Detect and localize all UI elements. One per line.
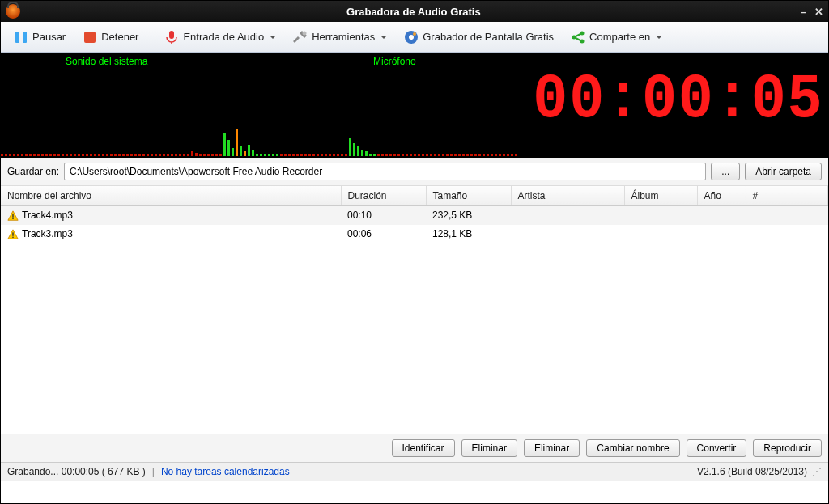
- svg-rect-1: [23, 32, 27, 43]
- cell-track: [746, 206, 828, 225]
- screen-recorder-label: Grabador de Pantalla Gratis: [423, 31, 554, 43]
- statusbar: Grabando... 00:00:05 ( 677 KB ) | No hay…: [1, 462, 828, 481]
- stop-button[interactable]: Detener: [74, 25, 146, 49]
- minimize-button[interactable]: –: [801, 6, 806, 18]
- status-sep: |: [152, 466, 155, 477]
- col-album[interactable]: Álbum: [624, 186, 697, 206]
- tools-icon: [292, 29, 308, 45]
- delete-button-1[interactable]: Eliminar: [461, 439, 517, 457]
- pause-icon: [13, 29, 29, 45]
- system-sound-label: Sonido del sistema: [66, 56, 147, 67]
- cell-filename: Track4.mp3: [1, 206, 341, 225]
- col-artist[interactable]: Artista: [511, 186, 624, 206]
- cell-size: 232,5 KB: [426, 206, 511, 225]
- share-icon: [570, 29, 586, 45]
- screen-recorder-button[interactable]: Grabador de Pantalla Gratis: [396, 25, 561, 49]
- pause-label: Pausar: [32, 31, 66, 43]
- svg-rect-2: [84, 32, 96, 43]
- titlebar[interactable]: Grabadora de Audio Gratis – ✕: [1, 1, 828, 22]
- table-row[interactable]: Track4.mp300:10232,5 KB: [1, 206, 828, 225]
- cell-album: [624, 206, 697, 225]
- col-duration[interactable]: Duración: [341, 186, 426, 206]
- warning-icon: [7, 229, 19, 240]
- tools-button[interactable]: Herramientas: [285, 25, 394, 49]
- svg-rect-15: [12, 218, 13, 218]
- cell-year: [697, 206, 746, 225]
- table-row[interactable]: Track3.mp300:06128,1 KB: [1, 225, 828, 244]
- col-size[interactable]: Tamaño: [426, 186, 511, 206]
- svg-rect-14: [12, 214, 13, 217]
- identify-button[interactable]: Identificar: [392, 439, 455, 457]
- warning-icon: [7, 210, 19, 222]
- file-list[interactable]: Nombre del archivo Duración Tamaño Artis…: [1, 186, 828, 434]
- cell-artist: [511, 206, 624, 225]
- svg-line-12: [574, 33, 582, 37]
- svg-rect-16: [12, 232, 13, 235]
- app-icon: [6, 4, 20, 19]
- cell-duration: 00:06: [341, 225, 426, 244]
- stop-label: Detener: [101, 31, 138, 43]
- chevron-down-icon: [270, 36, 276, 39]
- save-label: Guardar en:: [7, 166, 59, 177]
- chevron-down-icon: [656, 36, 662, 39]
- svg-rect-0: [15, 32, 19, 43]
- svg-rect-17: [12, 236, 13, 237]
- cell-album: [624, 225, 697, 244]
- stop-icon: [82, 29, 98, 45]
- no-tasks-link[interactable]: No hay tareas calendarizadas: [161, 466, 290, 477]
- share-button[interactable]: Comparte en: [563, 25, 670, 49]
- resize-grip[interactable]: ⋰: [812, 466, 822, 477]
- close-button[interactable]: ✕: [814, 6, 823, 18]
- audio-input-label: Entrada de Audio: [183, 31, 264, 43]
- table-header-row: Nombre del archivo Duración Tamaño Artis…: [1, 186, 828, 206]
- svg-point-8: [413, 32, 416, 36]
- app-window: Grabadora de Audio Gratis – ✕ Pausar Det…: [0, 0, 829, 504]
- recording-status: Grabando... 00:00:05 ( 677 KB ): [7, 466, 146, 477]
- system-sound-bars: [1, 116, 828, 156]
- play-button[interactable]: Reproducir: [753, 439, 822, 457]
- browse-button[interactable]: ...: [711, 163, 740, 180]
- col-filename[interactable]: Nombre del archivo: [1, 186, 341, 206]
- convert-button[interactable]: Convertir: [687, 439, 747, 457]
- screen-recorder-icon: [403, 29, 419, 45]
- tools-label: Herramientas: [312, 31, 375, 43]
- col-track[interactable]: #: [746, 186, 828, 206]
- svg-point-5: [303, 31, 307, 35]
- cell-track: [746, 225, 828, 244]
- version-label: V2.1.6 (Build 08/25/2013): [697, 466, 807, 477]
- open-folder-button[interactable]: Abrir carpeta: [745, 163, 822, 180]
- separator: [151, 27, 151, 48]
- delete-button-2[interactable]: Eliminar: [524, 439, 580, 457]
- cell-filename: Track3.mp3: [1, 225, 341, 244]
- window-title: Grabadora de Audio Gratis: [27, 6, 801, 18]
- share-label: Comparte en: [589, 31, 650, 43]
- chevron-down-icon: [380, 36, 387, 39]
- svg-line-13: [574, 37, 582, 41]
- svg-rect-3: [169, 31, 174, 39]
- cell-duration: 00:10: [341, 206, 426, 225]
- cell-artist: [511, 225, 624, 244]
- save-path-row: Guardar en: ... Abrir carpeta: [1, 158, 828, 186]
- rename-button[interactable]: Cambiar nombre: [586, 439, 679, 457]
- microphone-icon: [164, 29, 180, 45]
- cell-size: 128,1 KB: [426, 225, 511, 244]
- pause-button[interactable]: Pausar: [6, 25, 73, 49]
- audio-input-button[interactable]: Entrada de Audio: [156, 25, 283, 49]
- microphone-label: Micrófono: [373, 56, 416, 67]
- toolbar: Pausar Detener Entrada de Audio Herramie…: [1, 22, 828, 53]
- action-row: Identificar Eliminar Eliminar Cambiar no…: [1, 434, 828, 462]
- col-year[interactable]: Año: [697, 186, 746, 206]
- cell-year: [697, 225, 746, 244]
- svg-point-7: [409, 35, 414, 40]
- visualizer: Sonido del sistema Micrófono 00:00:05: [1, 53, 828, 158]
- save-path-input[interactable]: [64, 163, 706, 180]
